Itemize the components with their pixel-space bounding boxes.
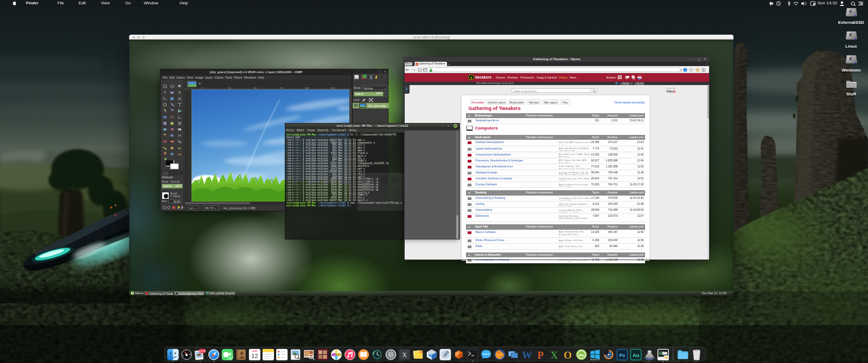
svg-text:W: W [522,349,532,361]
svg-text:P: P [538,349,544,361]
svg-text:MAR: MAR [252,350,258,353]
svg-text:Au: Au [633,353,639,358]
svg-text:lm: lm [579,353,584,358]
svg-text:X: X [551,349,558,361]
svg-text:7: 7 [680,68,682,72]
svg-text:12: 12 [251,353,258,359]
svg-text:O: O [564,349,572,361]
svg-text:↓: ↓ [685,68,686,72]
svg-text:Ps: Ps [620,353,626,358]
svg-text:6.479: 6.479 [199,350,206,353]
svg-text:X: X [402,351,407,359]
svg-text:Windows 10: Windows 10 [590,359,601,361]
svg-text:t: t [470,75,472,80]
svg-text:m: m [131,291,133,295]
